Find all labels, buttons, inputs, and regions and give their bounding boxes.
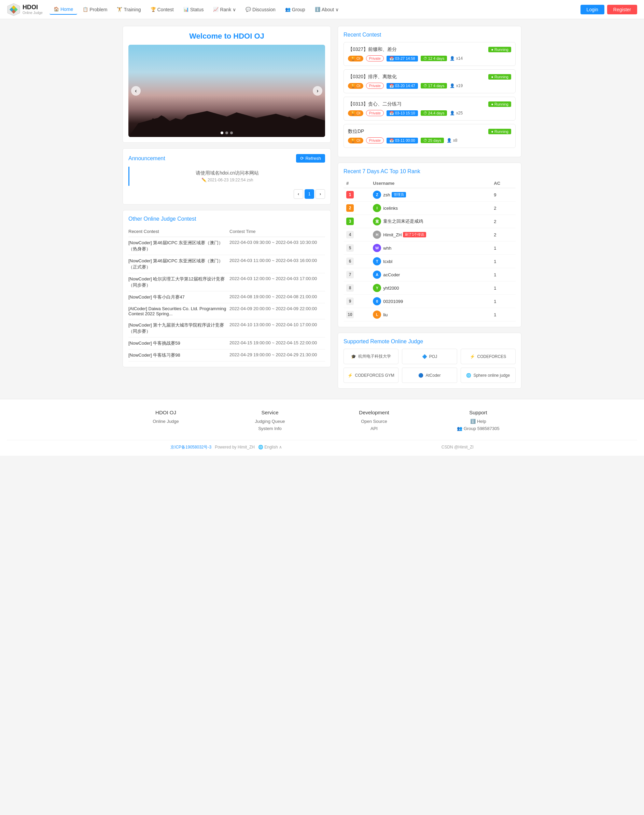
username[interactable]: 童生之回来还是咸鸡 (383, 218, 423, 224)
nav-home[interactable]: 🏠 Home (49, 5, 77, 15)
remote-oj-grid: 🎓杭州电子科技大学🔷POJ⚡CODEFORCES⚡CODEFORCES GYM🔵… (343, 349, 515, 383)
refresh-button[interactable]: ⟳ Refresh (296, 154, 325, 163)
ac-cell: 2 (491, 201, 515, 215)
user-tag: 管理员 (392, 192, 406, 197)
username[interactable]: Himit_ZH (383, 232, 402, 237)
user-cell: L liu (373, 310, 488, 319)
about-icon: ℹ️ (315, 7, 320, 12)
rank-badge-7: 7 (346, 271, 354, 278)
username[interactable]: zsh (383, 192, 390, 197)
slide-next-button[interactable]: › (313, 86, 322, 96)
nav-training[interactable]: 🏋 Training (113, 5, 145, 14)
contest-meta: 🏆 OI Private 📅 03-20 14:47 ⏱ 17 4 days 👤… (348, 83, 511, 89)
nav-group[interactable]: 👥 Group (281, 5, 309, 14)
remote-oj-label: CODEFORCES GYM (355, 373, 394, 378)
rank-badge-6: 6 (346, 258, 354, 265)
rank-cell: 10 (343, 308, 370, 321)
refresh-icon: ⟳ (300, 156, 304, 161)
ac-cell: 1 (491, 308, 515, 321)
footer-link-group[interactable]: 👥 Group 598587305 (429, 426, 527, 431)
username-cell: 童 童生之回来还是咸鸡 (370, 215, 491, 228)
slideshow: ‹ › (129, 45, 325, 137)
nav-discussion[interactable]: 💬 Discussion (241, 5, 280, 14)
contest-card-title: 【0320】排序、离散化 (348, 74, 397, 80)
ann-meta: ✏️ 2021-06-23 19:22:54 zsh (134, 178, 320, 183)
table-row[interactable]: [NowCoder] 第46届ICPC 东亚洲区域赛（澳门）（正式赛）2022-… (129, 255, 325, 273)
username[interactable]: icelinks (383, 206, 398, 211)
rank-row: 1 Z zsh 管理员 9 (343, 188, 515, 201)
table-row[interactable]: [NowCoder] 牛客练习赛982022-04-29 19:00:00 ~ … (129, 350, 325, 361)
rank-row: 9 0 00201099 1 (343, 295, 515, 308)
rank-row: 3 童 童生之回来还是咸鸡 2 (343, 215, 515, 228)
remote-oj-hdoj[interactable]: 🎓杭州电子科技大学 (343, 349, 399, 364)
footer-link-judging[interactable]: Judging Queue (221, 419, 319, 424)
contest-card-header: 数位DP ● Running (348, 129, 511, 135)
username[interactable]: acCoder (383, 272, 400, 277)
footer-link-api[interactable]: API (325, 426, 423, 431)
contest-name: [NowCoder] 哈尔滨理工大学第12届程序设计竞赛（同步赛） (129, 276, 230, 288)
username[interactable]: yhf2000 (383, 285, 399, 291)
register-button[interactable]: Register (607, 5, 637, 14)
slide-dot-1[interactable] (221, 132, 223, 134)
footer-link-system[interactable]: System Info (221, 426, 319, 431)
nav-status[interactable]: 📊 Status (179, 5, 208, 14)
username[interactable]: tcxbl (383, 259, 393, 264)
nav-contest[interactable]: 🏆 Contest (147, 5, 178, 14)
rank-row: 10 L liu 1 (343, 308, 515, 321)
table-row[interactable]: [NowCoder] 哈尔滨理工大学第12届程序设计竞赛（同步赛）2022-04… (129, 273, 325, 292)
rank-col-hash: # (343, 179, 370, 188)
page-next-button[interactable]: › (316, 189, 325, 199)
username[interactable]: 00201099 (383, 299, 403, 304)
user-avatar: H (373, 230, 381, 239)
table-row[interactable]: [NowCoder] 牛客挑战赛592022-04-15 19:00:00 ~ … (129, 338, 325, 350)
other-oj-title: Other Online Judge Contest (129, 216, 325, 222)
table-row[interactable]: [NowCoder] 牛客小白月赛472022-04-08 19:00:00 ~… (129, 292, 325, 303)
remote-oj-icon: ⚡ (348, 373, 353, 378)
table-row[interactable]: [NowCoder] 第十九届浙大城市学院程序设计竞赛（同步赛）2022-04-… (129, 319, 325, 338)
footer-col-service: Service Judging Queue System Info (221, 410, 319, 433)
slide-dot-3[interactable] (230, 132, 233, 134)
rank-badge-1: 1 (346, 191, 354, 198)
remote-oj-cf[interactable]: ⚡CODEFORCES (461, 349, 515, 364)
footer-icp-link[interactable]: 京ICP备19058032号-3 (170, 445, 212, 450)
login-button[interactable]: Login (581, 5, 604, 14)
brand[interactable]: HDOI Online Judge (7, 3, 43, 16)
footer-link-oj[interactable]: Online Judge (117, 419, 215, 424)
table-row[interactable]: [AtCoder] Daiwa Securities Co. Ltd. Prog… (129, 303, 325, 319)
footer-link-help[interactable]: ℹ️ Help (429, 419, 527, 424)
page-prev-button[interactable]: ‹ (294, 189, 303, 199)
nav-about[interactable]: ℹ️ About ∨ (311, 5, 343, 14)
footer-link-opensource[interactable]: Open Source (325, 419, 423, 424)
remote-oj-poj[interactable]: 🔷POJ (402, 349, 457, 364)
footer-language[interactable]: 🌐 English ∧ (258, 445, 282, 450)
contest-card[interactable]: 【0327】前缀和、差分 ● Running 🏆 OI Private 📅 03… (343, 42, 515, 66)
welcome-title: Welcome to HDOI OJ (129, 32, 325, 41)
table-row[interactable]: [NowCoder] 第46届ICPC 东亚洲区域赛（澳门）（热身赛）2022-… (129, 237, 325, 255)
remote-oj-cf-gym[interactable]: ⚡CODEFORCES GYM (343, 368, 399, 383)
slide-dot-2[interactable] (225, 132, 228, 134)
remote-oj-icon: 🎓 (351, 354, 356, 359)
user-avatar: 0 (373, 297, 381, 305)
username[interactable]: whh (383, 246, 391, 251)
ac-cell: 1 (491, 241, 515, 255)
rank-badge-8: 8 (346, 284, 354, 292)
rank-badge-4: 4 (346, 231, 354, 238)
username[interactable]: liu (383, 312, 388, 317)
rank-row: 8 Y yhf2000 1 (343, 281, 515, 295)
contest-card[interactable]: 数位DP ● Running 🏆 OI Private 📅 03-11 00:0… (343, 124, 515, 148)
remote-oj-atcoder[interactable]: 🔵AtCoder (402, 368, 457, 383)
remote-oj-spoj[interactable]: 🌐Sphere online judge (461, 368, 515, 383)
announcement-card: Announcement ⟳ Refresh 请使用域名hdoi.cn访问本网站… (123, 148, 331, 205)
contest-card[interactable]: 【0313】贪心、二分练习 ● Running 🏆 OI Private 📅 0… (343, 97, 515, 121)
nav-problem[interactable]: 📋 Problem (78, 5, 111, 14)
nav-rank[interactable]: 📈 Rank ∨ (209, 5, 240, 14)
rank-cell: 9 (343, 295, 370, 308)
contest-name: [NowCoder] 第46届ICPC 东亚洲区域赛（澳门）（热身赛） (129, 240, 230, 252)
username-cell: I icelinks (370, 201, 491, 215)
contest-card[interactable]: 【0320】排序、离散化 ● Running 🏆 OI Private 📅 03… (343, 69, 515, 93)
page-1-button[interactable]: 1 (305, 189, 314, 199)
user-avatar: L (373, 310, 381, 319)
ac-cell: 9 (491, 188, 515, 201)
remote-oj-card: Supported Remote Online Judge 🎓杭州电子科技大学🔷… (338, 333, 521, 389)
slide-prev-button[interactable]: ‹ (131, 86, 141, 96)
